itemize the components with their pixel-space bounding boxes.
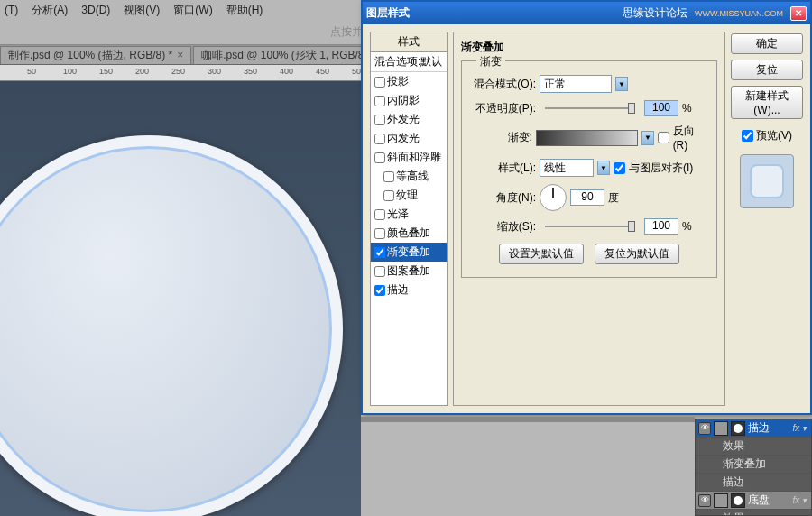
chevron-down-icon[interactable]: ▼ (615, 77, 628, 91)
dialog-title: 图层样式 (366, 5, 410, 21)
style-label: 等高线 (396, 169, 429, 184)
style-checkbox[interactable] (374, 115, 385, 125)
style-checkbox[interactable] (374, 266, 385, 277)
slider-thumb[interactable] (628, 221, 635, 232)
canvas[interactable] (0, 81, 361, 516)
dialog-buttons: 确定 复位 新建样式(W)... 预览(V) (731, 32, 803, 406)
style-label: 图案叠加 (387, 263, 430, 279)
style-row[interactable]: 纹理 (371, 186, 447, 205)
style-row[interactable]: 斜面和浮雕 (371, 148, 447, 167)
style-checkbox[interactable] (383, 190, 394, 201)
chevron-down-icon[interactable]: ▼ (641, 131, 653, 145)
style-row[interactable]: 内阴影 (371, 91, 447, 110)
layer-thumb[interactable] (714, 493, 728, 508)
layer-fx-row[interactable]: 渐变叠加 (696, 456, 811, 474)
chevron-down-icon[interactable]: ▼ (597, 161, 610, 175)
style-checkbox[interactable] (374, 228, 385, 239)
style-checkbox[interactable] (383, 171, 394, 182)
style-row[interactable]: 图案叠加 (371, 262, 447, 281)
style-row[interactable]: 渐变叠加 (371, 243, 447, 262)
style-label: 描边 (387, 282, 409, 298)
angle-dial[interactable] (540, 184, 567, 211)
layer-mask-thumb[interactable] (731, 421, 745, 436)
shape-outer (0, 135, 343, 516)
angle-input[interactable]: 90 (570, 189, 604, 206)
style-checkbox[interactable] (374, 285, 385, 296)
tab-label: 制作.psd @ 100% (描边, RGB/8) * (8, 48, 172, 63)
close-icon[interactable]: ✕ (790, 6, 807, 21)
tab-label: 咖啡.psd @ 100% (形状 1, RGB/8) * (201, 48, 374, 63)
menu-text[interactable]: (T) (5, 4, 18, 16)
menu-help[interactable]: 帮助(H) (226, 3, 263, 18)
style-checkbox[interactable] (374, 134, 385, 144)
preview-checkbox[interactable] (742, 130, 753, 142)
gradient-picker[interactable] (536, 130, 638, 146)
align-label: 与图层对齐(I) (629, 161, 693, 176)
style-checkbox[interactable] (374, 152, 385, 163)
new-style-button[interactable]: 新建样式(W)... (731, 86, 803, 119)
opacity-slider[interactable] (545, 107, 635, 109)
style-row[interactable]: 外发光 (371, 110, 447, 129)
layer-thumb[interactable] (714, 421, 728, 436)
slider-thumb[interactable] (628, 103, 635, 114)
style-row[interactable]: 投影 (371, 72, 447, 91)
style-row[interactable]: 光泽 (371, 205, 447, 224)
document-tab[interactable]: 制作.psd @ 100% (描边, RGB/8) * × (0, 46, 191, 64)
style-checkbox[interactable] (374, 77, 385, 88)
opacity-unit: % (682, 102, 692, 115)
style-label: 投影 (387, 74, 409, 89)
opacity-label: 不透明度(P): (471, 101, 536, 116)
fx-badge[interactable]: fx ▾ (792, 495, 808, 505)
style-select[interactable]: 线性 (540, 159, 594, 177)
layer-name[interactable]: 底盘 (748, 493, 770, 508)
scale-input[interactable]: 100 (644, 218, 678, 235)
cancel-button[interactable]: 复位 (731, 60, 803, 80)
blend-mode-select[interactable]: 正常 (540, 75, 612, 93)
fx-label: 渐变叠加 (723, 456, 766, 472)
shape-inner (0, 146, 332, 512)
layer-mask-thumb[interactable] (731, 493, 745, 508)
menu-view[interactable]: 视图(V) (124, 3, 160, 18)
menu-analysis[interactable]: 分析(A) (32, 3, 68, 18)
style-label: 光泽 (387, 207, 409, 222)
ok-button[interactable]: 确定 (731, 33, 803, 54)
visibility-icon[interactable]: 👁 (698, 494, 711, 507)
scale-slider[interactable] (545, 226, 635, 227)
style-checkbox[interactable] (374, 209, 385, 220)
layer-fx-row[interactable]: 效果 (696, 510, 811, 516)
menu-window[interactable]: 窗口(W) (173, 3, 212, 18)
layer-fx-row[interactable]: 效果 (696, 438, 811, 456)
styles-header[interactable]: 样式 (371, 32, 447, 52)
reverse-checkbox[interactable] (658, 132, 669, 143)
close-icon[interactable]: × (177, 49, 183, 61)
style-label: 外发光 (387, 112, 420, 127)
style-checkbox[interactable] (374, 96, 385, 106)
layer-row[interactable]: 👁 描边 fx ▾ (696, 419, 811, 438)
preview-box (740, 154, 794, 208)
dialog-titlebar[interactable]: 图层样式 思缘设计论坛 WWW.MISSYUAN.COM ✕ (363, 2, 810, 24)
settings-panel: 渐变叠加 渐变 混合模式(O): 正常 ▼ 不透明度(P): 100 % (453, 32, 725, 406)
scale-label: 缩放(S): (471, 219, 536, 235)
reset-default-button[interactable]: 复位为默认值 (595, 244, 679, 264)
ruler-mark: 450 (316, 67, 329, 76)
ruler-mark: 200 (135, 67, 149, 76)
align-checkbox[interactable] (614, 162, 625, 174)
style-row[interactable]: 等高线 (371, 167, 447, 186)
style-checkbox[interactable] (374, 247, 385, 258)
visibility-icon[interactable]: 👁 (698, 422, 711, 435)
opacity-input[interactable]: 100 (644, 100, 678, 116)
ruler-mark: 350 (244, 67, 257, 76)
blend-options-row[interactable]: 混合选项:默认 (371, 52, 447, 72)
style-label: 内阴影 (387, 93, 420, 108)
style-row[interactable]: 描边 (371, 281, 447, 299)
layer-fx-row[interactable]: 描边 (696, 474, 811, 492)
set-default-button[interactable]: 设置为默认值 (499, 244, 584, 264)
style-row[interactable]: 颜色叠加 (371, 224, 447, 243)
brand-url: WWW.MISSYUAN.COM (695, 9, 783, 18)
fieldset-label: 渐变 (476, 54, 505, 69)
style-row[interactable]: 内发光 (371, 129, 447, 148)
fx-badge[interactable]: fx ▾ (792, 423, 808, 433)
layer-row[interactable]: 👁 底盘 fx ▾ (696, 492, 811, 510)
layer-name[interactable]: 描边 (748, 420, 770, 436)
menu-3d[interactable]: 3D(D) (81, 4, 110, 16)
